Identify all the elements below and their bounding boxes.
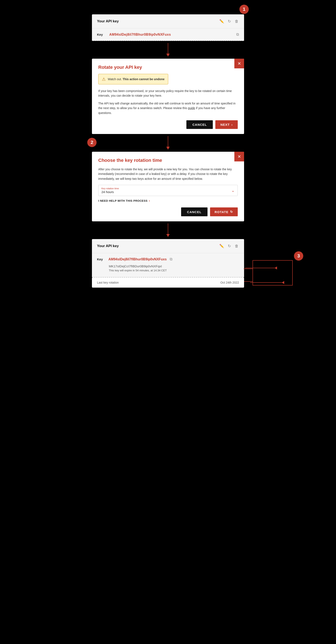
step3-badge: 3 (294, 251, 303, 260)
key-value: AM94sIDej8iI7flBhur0B9ip0vNXFuxs (109, 33, 232, 36)
last-rotation-card: Last key rotation Oct 24th 2022 (92, 278, 244, 288)
rotate-button[interactable]: ROTATE ↻ (210, 208, 238, 216)
api-key-card-top: Your API key ✏️ ↻ 🗑 Key AM94sIDej8iI7flB… (92, 14, 244, 41)
last-rotation-annotation (250, 281, 284, 284)
rotate-icon-btn: ↻ (230, 210, 233, 214)
rotate-dialog-title: Rotate your API key (98, 64, 238, 70)
rotation-time-dropdown[interactable]: Key rotation time 24 hours ⌄ (98, 185, 238, 196)
result-key-label: Key (97, 258, 105, 261)
choose-rotation-close[interactable]: ✕ (234, 152, 244, 162)
result-card-body: Key AM94sIDej8iI7flBhur0B9ip0vNXFuxs ⧉ M… (92, 253, 244, 277)
edit-icon[interactable]: ✏️ (219, 18, 224, 24)
api-key-card-header: Your API key ✏️ ↻ 🗑 (92, 14, 244, 28)
result-old-key-row: Key AM94sIDej8iI7flBhur0B9ip0vNXFuxs ⧉ (97, 257, 239, 262)
rotate-dialog-close[interactable]: ✕ (234, 59, 244, 68)
choose-rotation-cancel-button[interactable]: CANCEL (181, 208, 208, 216)
rotate-next-button[interactable]: NEXT › (215, 120, 238, 129)
result-card-icons: ✏️ ↻ 🗑 (219, 243, 239, 249)
rotate-dialog: ✕ Rotate your API key ⚠ Watch out. This … (92, 59, 244, 134)
arrow-2 (166, 134, 170, 152)
annotation-line-top (244, 268, 253, 269)
choose-rotation-dialog: ✕ Choose the key rotation time After you… (92, 152, 244, 221)
dropdown-value: 24 hours (101, 190, 235, 194)
warning-box: ⚠ Watch out. This action cannot be undon… (98, 74, 168, 84)
step2-badge: 2 (87, 138, 97, 147)
last-rotation-date: Oct 24th 2022 (220, 281, 239, 284)
last-rotation-label: Last key rotation (97, 281, 119, 284)
delete-icon[interactable]: 🗑 (234, 19, 239, 24)
key-label: Key (97, 33, 105, 36)
expire-text: This key will expire in 54 minutes, at 1… (109, 269, 239, 272)
result-delete-icon[interactable]: 🗑 (234, 244, 239, 249)
result-card-title: Your API key (97, 244, 119, 248)
rotate-desc-2: The API key will change automatically, t… (98, 101, 238, 115)
rotate-icon[interactable]: ↻ (227, 18, 231, 24)
rotate-dialog-actions: CANCEL NEXT › (98, 120, 238, 129)
chevron-right-icon: › (231, 123, 233, 126)
arrow-1 (166, 41, 170, 59)
guide-link[interactable]: guide (188, 106, 195, 110)
chevron-down-icon: ⌄ (231, 188, 235, 193)
help-chevron-icon: › (149, 199, 150, 202)
result-rotate-icon[interactable]: ↻ (227, 243, 231, 249)
result-new-key: MK17sIDejCcI7fIBDur0B9ip0vNXFqxI This ke… (109, 264, 239, 272)
result-old-key: AM94sIDej8iI7flBhur0B9ip0vNXFuxs (108, 258, 167, 261)
warning-text: Watch out. This action cannot be undone (108, 78, 164, 81)
copy-icon[interactable]: ⧉ (236, 32, 239, 37)
result-copy-icon[interactable]: ⧉ (170, 257, 173, 262)
step1-badge: 1 (239, 5, 249, 14)
choose-rotation-actions: CANCEL ROTATE ↻ (98, 208, 238, 216)
api-key-title: Your API key (97, 19, 119, 24)
rotate-desc-1: If your key has been compromised, or you… (98, 88, 238, 98)
warning-icon: ⚠ (102, 76, 106, 82)
rotate-cancel-button[interactable]: CANCEL (186, 120, 213, 129)
choose-rotation-desc: After you choose to rotate the key, we w… (98, 167, 238, 181)
choose-rotation-title: Choose the key rotation time (98, 158, 238, 163)
result-edit-icon[interactable]: ✏️ (219, 243, 224, 249)
dropdown-label: Key rotation time (101, 187, 235, 190)
help-link[interactable]: I NEED HELP WITH THIS PROCESS › (98, 199, 238, 202)
arrow-3 (166, 221, 170, 239)
result-api-key-card: Your API key ✏️ ↻ 🗑 Key AM94sIDej8iI7flB… (92, 239, 244, 278)
api-key-icons: ✏️ ↻ 🗑 (219, 18, 239, 24)
result-card-header: Your API key ✏️ ↻ 🗑 (92, 239, 244, 253)
api-key-card-body: Key AM94sIDej8iI7flBhur0B9ip0vNXFuxs ⧉ (92, 28, 244, 40)
